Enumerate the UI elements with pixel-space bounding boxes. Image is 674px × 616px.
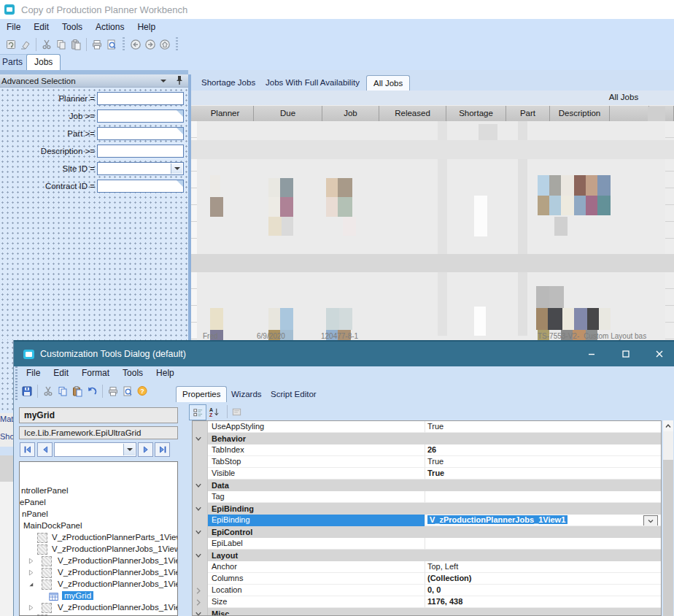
- property-value[interactable]: 0, 0: [425, 585, 661, 596]
- tree-item-mygrid[interactable]: myGrid: [20, 590, 177, 602]
- field-input-0[interactable]: [97, 92, 184, 105]
- sheet-tab-jobs-with-full-availability[interactable]: Jobs With Full Availability: [259, 75, 366, 91]
- column-header-Job[interactable]: Job: [322, 106, 379, 121]
- main-menu-edit[interactable]: Edit: [27, 22, 55, 32]
- preview-icon[interactable]: [104, 37, 119, 52]
- property-value[interactable]: 26: [425, 444, 661, 456]
- main-menu-help[interactable]: Help: [131, 22, 162, 32]
- close-button[interactable]: [651, 345, 668, 363]
- copy-icon[interactable]: [54, 37, 69, 52]
- property-row-epibinding[interactable]: EpiBinding: [193, 503, 661, 515]
- property-row-visible[interactable]: VisibleTrue: [193, 468, 661, 480]
- dialog-titlebar[interactable]: Customization Tools Dialog (default): [14, 340, 674, 366]
- property-value-selected-text[interactable]: V_zProductionPlannerJobs_1View1: [427, 515, 568, 524]
- dialog-menu-tools[interactable]: Tools: [116, 368, 150, 378]
- record-combo-dropdown[interactable]: [123, 444, 135, 455]
- dialog-menu-file[interactable]: File: [20, 368, 47, 378]
- clipped-label-material[interactable]: Mate: [0, 415, 13, 423]
- property-row-misc[interactable]: Misc: [193, 608, 661, 616]
- column-header-Description[interactable]: Description: [550, 106, 610, 121]
- undo-icon[interactable]: [85, 384, 99, 399]
- preview-icon[interactable]: [120, 384, 135, 399]
- paste-icon[interactable]: [69, 37, 83, 52]
- property-value[interactable]: V_zProductionPlannerJobs_1View1: [425, 515, 661, 526]
- refresh-icon[interactable]: [4, 37, 18, 52]
- cut-icon[interactable]: [41, 384, 55, 399]
- save-icon[interactable]: [20, 384, 34, 399]
- property-value[interactable]: Top, Left: [425, 561, 661, 573]
- nav-next-button[interactable]: [138, 442, 153, 457]
- tree-item-v_zproductionplannerjobs_1vie[interactable]: V_zProductionPlannerJobs_1Vie: [20, 555, 177, 567]
- column-header-Planner[interactable]: Planner: [197, 106, 254, 121]
- back-icon[interactable]: [128, 37, 143, 52]
- scrollbar-thumb[interactable]: [663, 460, 673, 616]
- dialog-tab-script-editor[interactable]: Script Editor: [265, 387, 322, 401]
- record-combo[interactable]: [54, 442, 136, 457]
- tree-item-v_zproductionplannerparts_1viewdo[interactable]: V_zProductionPlannerParts_1ViewDo: [20, 532, 177, 544]
- sheet-tab-all-jobs[interactable]: All Jobs: [366, 75, 410, 91]
- property-value[interactable]: True: [425, 421, 661, 433]
- column-header-Due[interactable]: Due: [254, 106, 322, 121]
- property-value[interactable]: (Collection): [425, 573, 661, 585]
- property-row-size[interactable]: Size1176, 438: [193, 596, 661, 608]
- dialog-menu-edit[interactable]: Edit: [47, 368, 75, 378]
- cut-icon[interactable]: [39, 37, 54, 52]
- field-input-4[interactable]: [97, 162, 184, 175]
- property-row-location[interactable]: Location0, 0: [193, 585, 661, 596]
- collapsed-expander-icon[interactable]: [27, 604, 36, 612]
- nav-last-button[interactable]: [155, 442, 170, 457]
- main-menu-file[interactable]: File: [0, 22, 27, 32]
- tree-item-v_zproductionplannerjobs_1vie[interactable]: V_zProductionPlannerJobs_1Vie: [20, 567, 177, 579]
- paste-icon[interactable]: [70, 384, 85, 399]
- property-row-anchor[interactable]: AnchorTop, Left: [193, 561, 661, 573]
- print-icon[interactable]: [90, 37, 104, 52]
- field-input-2[interactable]: [97, 127, 184, 140]
- sheet-tab-shortage-jobs[interactable]: Shortage Jobs: [195, 75, 262, 91]
- field-combo-dropdown[interactable]: [171, 163, 182, 174]
- property-row-layout[interactable]: Layout: [193, 550, 661, 561]
- property-dropdown-button[interactable]: [643, 515, 658, 526]
- property-row-behavior[interactable]: Behavior: [193, 433, 661, 444]
- collapsed-expander-icon[interactable]: [27, 569, 36, 577]
- advanced-selection-header[interactable]: Advanced Selection: [0, 74, 188, 88]
- nav-first-button[interactable]: [20, 442, 35, 457]
- property-value[interactable]: True: [425, 468, 661, 480]
- property-value[interactable]: [425, 538, 661, 550]
- main-menu-actions[interactable]: Actions: [89, 22, 131, 32]
- tree-item-epanel[interactable]: ePanel: [20, 497, 177, 509]
- control-name-box[interactable]: myGrid: [19, 407, 178, 423]
- minimize-button[interactable]: [583, 345, 600, 363]
- property-row-tabindex[interactable]: TabIndex26: [193, 444, 661, 456]
- chevron-down-icon[interactable]: [160, 80, 166, 82]
- categorized-button[interactable]: [189, 404, 206, 420]
- property-row-epicontrol[interactable]: EpiControl: [193, 526, 661, 538]
- property-row-data[interactable]: Data: [193, 480, 661, 491]
- clipped-label-shortage[interactable]: Sho: [0, 432, 13, 441]
- dialog-menu-help[interactable]: Help: [150, 368, 181, 378]
- eraser-icon[interactable]: [18, 37, 33, 52]
- doc-tab-jobs[interactable]: Jobs: [26, 54, 61, 70]
- tree-item-npanel[interactable]: nPanel: [20, 509, 177, 520]
- tree-item-v_zproductionplannerjobs_1vie[interactable]: V_zProductionPlannerJobs_1Vie: [20, 602, 177, 614]
- property-value[interactable]: True: [425, 456, 661, 468]
- copy-icon[interactable]: [55, 384, 70, 399]
- property-row-tag[interactable]: Tag: [193, 491, 661, 503]
- maximize-button[interactable]: [617, 345, 635, 363]
- scroll-up-icon[interactable]: [663, 420, 673, 431]
- main-menu-tools[interactable]: Tools: [55, 22, 89, 32]
- property-row-epibinding[interactable]: EpiBindingV_zProductionPlannerJobs_1View…: [193, 515, 661, 526]
- column-header-blank-7[interactable]: [610, 106, 649, 121]
- tree-item-ntrollerpanel[interactable]: ntrollerPanel: [20, 485, 177, 497]
- property-value[interactable]: 1176, 438: [425, 596, 661, 608]
- pages-button[interactable]: [228, 404, 244, 419]
- dialog-tab-wizards[interactable]: Wizards: [225, 387, 268, 401]
- property-value[interactable]: [425, 491, 661, 503]
- forward-icon[interactable]: [143, 37, 158, 52]
- nav-previous-button[interactable]: [37, 442, 53, 457]
- alphabetical-button[interactable]: AZ: [206, 404, 222, 419]
- column-header-Released[interactable]: Released: [379, 106, 446, 121]
- property-row-tabstop[interactable]: TabStopTrue: [193, 456, 661, 468]
- propgrid-scrollbar[interactable]: [663, 420, 673, 616]
- field-input-5[interactable]: [97, 180, 184, 193]
- property-row-useappstyling[interactable]: UseAppStylingTrue: [193, 421, 661, 433]
